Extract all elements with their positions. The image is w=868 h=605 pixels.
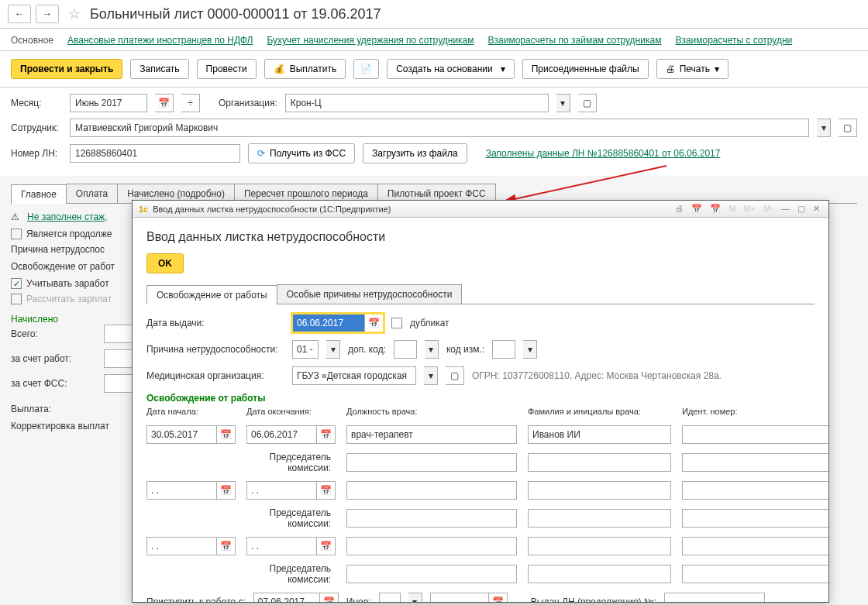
attachments-button[interactable]: Присоединенные файлы xyxy=(522,59,649,79)
org-open-icon[interactable]: ▢ xyxy=(578,94,597,112)
navlink-3[interactable]: Взаиморасчеты по займам сотрудникам xyxy=(488,35,662,46)
resume-date[interactable]: 07.06.2017 xyxy=(253,593,320,602)
comm2-doc[interactable] xyxy=(528,509,671,528)
save-button[interactable]: Записать xyxy=(130,59,188,79)
navlink-4[interactable]: Взаиморасчеты с сотрудни xyxy=(675,35,792,46)
other-input[interactable] xyxy=(379,593,401,602)
tab-main[interactable]: Главное xyxy=(11,184,67,204)
tab-payment[interactable]: Оплата xyxy=(66,184,118,203)
medorg-input[interactable]: ГБУЗ «Детская городская xyxy=(292,366,416,385)
r3-end[interactable]: . . xyxy=(246,537,317,555)
comm1-pos[interactable] xyxy=(346,453,517,472)
r1-ident[interactable] xyxy=(682,425,828,444)
issue-date-label: Дата выдачи: xyxy=(146,318,284,328)
chgcode-dd[interactable]: ▾ xyxy=(523,340,537,359)
comm1-id[interactable] xyxy=(682,453,828,472)
reason-code-input[interactable]: 01 - xyxy=(292,340,319,359)
employee-input[interactable]: Матвиевский Григорий Маркович xyxy=(70,119,809,137)
salary-chk[interactable] xyxy=(11,278,22,289)
r2-end-cal[interactable]: 📅 xyxy=(317,481,336,500)
org-dropdown[interactable]: ▾ xyxy=(556,94,570,112)
pay-button[interactable]: 💰Выплатить xyxy=(264,59,346,79)
other-date[interactable]: . . xyxy=(430,593,489,602)
r1-start-cal[interactable]: 📅 xyxy=(217,425,236,444)
medorg-dd[interactable]: ▾ xyxy=(424,366,438,385)
r2-start[interactable]: . . xyxy=(146,481,217,500)
lnno-input[interactable]: 126885860401 xyxy=(70,144,240,163)
ok-button[interactable]: OK xyxy=(146,253,184,273)
org-input[interactable]: Крон-Ц xyxy=(285,94,549,112)
r2-doctor[interactable] xyxy=(528,481,671,500)
r2-position[interactable] xyxy=(346,481,517,500)
filled-data-link[interactable]: Заполнены данные ЛН №126885860401 от 06.… xyxy=(486,148,721,159)
resume-cal[interactable]: 📅 xyxy=(320,593,339,602)
duplicate-chk[interactable] xyxy=(391,318,402,328)
by-emp-input[interactable] xyxy=(104,349,135,368)
r2-ident[interactable] xyxy=(682,481,828,500)
page-title: Больничный лист 0000-000011 от 19.06.201… xyxy=(90,6,381,22)
addcode-dd[interactable]: ▾ xyxy=(425,340,439,359)
comm2-id[interactable] xyxy=(682,509,828,528)
comm3-doc[interactable] xyxy=(528,565,671,583)
issue-date-calendar-icon[interactable]: 📅 xyxy=(365,314,384,332)
employee-open-icon[interactable]: ▢ xyxy=(839,119,857,137)
navlink-2[interactable]: Бухучет начисления удержания по сотрудни… xyxy=(267,35,474,46)
month-input[interactable]: Июнь 2017 xyxy=(70,94,147,112)
other-cal[interactable]: 📅 xyxy=(489,593,508,602)
r2-end[interactable]: . . xyxy=(246,481,317,500)
navlink-main[interactable]: Основное xyxy=(11,35,53,46)
issue-date-input[interactable]: 06.06.2017 xyxy=(292,314,365,332)
month-calendar-icon[interactable]: 📅 xyxy=(155,94,174,112)
print-button[interactable]: 🖨Печать▾ xyxy=(656,59,728,79)
post-close-button[interactable]: Провести и закрыть xyxy=(11,59,122,79)
cal2-icon[interactable]: 📅 xyxy=(708,204,723,214)
r1-start[interactable]: 30.05.2017 xyxy=(146,425,217,444)
cont-number-input[interactable] xyxy=(664,593,765,602)
month-label: Месяц: xyxy=(11,98,62,108)
addcode-input[interactable] xyxy=(394,340,417,359)
navlink-1[interactable]: Авансовые платежи иностранцев по НДФЛ xyxy=(67,35,253,46)
dlg-tab-special[interactable]: Особые причины нетрудоспособности xyxy=(277,284,463,304)
nav-fwd[interactable]: → xyxy=(36,5,59,23)
load-file-button[interactable]: Загрузить из файла xyxy=(363,143,467,163)
by-fss-input[interactable] xyxy=(104,374,135,393)
comm1-doc[interactable] xyxy=(528,453,671,472)
r3-doctor[interactable] xyxy=(528,537,671,555)
favorite-icon[interactable]: ☆ xyxy=(68,5,81,22)
r1-end[interactable]: 06.06.2017 xyxy=(246,425,317,444)
r2-start-cal[interactable]: 📅 xyxy=(217,481,236,500)
month-stepper[interactable]: ÷ xyxy=(181,94,200,112)
get-fss-button[interactable]: ⟳Получить из ФСС xyxy=(248,143,355,163)
minimize-icon[interactable]: — xyxy=(779,204,792,214)
dialog-heading: Ввод данных листка нетрудоспособности xyxy=(146,230,815,244)
close-icon[interactable]: ✕ xyxy=(811,204,822,214)
comm3-id[interactable] xyxy=(682,565,828,583)
cal1-icon[interactable]: 📅 xyxy=(689,204,704,214)
report-icon-button[interactable]: 📄 xyxy=(353,59,379,79)
post-button[interactable]: Провести xyxy=(197,59,257,79)
r3-end-cal[interactable]: 📅 xyxy=(317,537,336,555)
reason-dd[interactable]: ▾ xyxy=(326,340,340,359)
dialog-title: Ввод данных листка нетрудоспособности (1… xyxy=(153,205,391,214)
r1-end-cal[interactable]: 📅 xyxy=(317,425,336,444)
dlg-tab-release[interactable]: Освобождение от работы xyxy=(146,285,277,304)
comm2-pos[interactable] xyxy=(346,509,517,528)
nav-back[interactable]: ← xyxy=(8,5,31,23)
print-icon[interactable]: 🖨 xyxy=(673,204,686,214)
employee-dropdown[interactable]: ▾ xyxy=(817,119,831,137)
r1-doctor[interactable]: Иванов ИИ xyxy=(528,425,671,444)
warn-link[interactable]: Не заполнен стаж, xyxy=(27,211,107,222)
r3-start-cal[interactable]: 📅 xyxy=(217,537,236,555)
r3-ident[interactable] xyxy=(682,537,828,555)
chgcode-input[interactable] xyxy=(492,340,515,359)
is-continuation-chk[interactable] xyxy=(11,229,22,239)
total-input[interactable] xyxy=(104,325,135,343)
r1-position[interactable]: врач-терапевт xyxy=(346,425,517,444)
maximize-icon[interactable]: ▢ xyxy=(795,204,808,214)
r3-start[interactable]: . . xyxy=(146,537,217,555)
create-on-base-button[interactable]: Создать на основании▾ xyxy=(387,59,515,79)
other-dd[interactable]: ▾ xyxy=(408,593,422,602)
comm3-pos[interactable] xyxy=(346,565,517,583)
r3-position[interactable] xyxy=(346,537,517,555)
medorg-open-icon[interactable]: ▢ xyxy=(446,366,464,385)
